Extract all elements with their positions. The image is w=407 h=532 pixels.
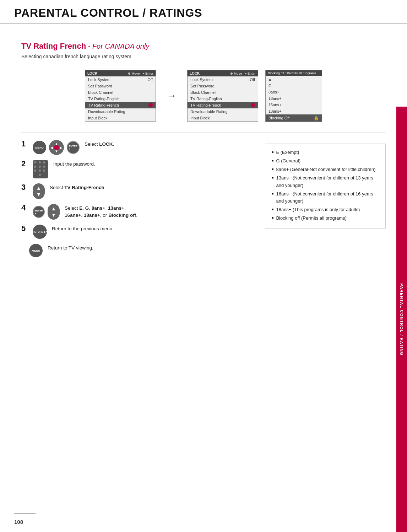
lock-menu-item: Downloadable Rating — [188, 108, 258, 115]
menu-button-icon: MENU — [33, 141, 46, 154]
updown-icon: ▲ ▼ — [33, 183, 45, 199]
lock-menu-item: Block Channel — [85, 89, 156, 96]
lock-menu-item: Downloadable Rating — [85, 108, 156, 115]
info-list: E (Exempt) G (General) 8ans+ (General-No… — [272, 149, 379, 222]
blocking-menu: Blocking off : Permits all programs E G … — [265, 70, 322, 122]
info-item: Blocking off (Permits all programs) — [272, 215, 379, 222]
lock-menu-item: Input Block — [188, 115, 258, 121]
arrow-right: → — [167, 90, 177, 102]
blocking-menu-item: 13ans+ — [266, 95, 322, 102]
lock-menu-item-highlighted: TV Rating-French — [188, 102, 258, 108]
page-number: 108 — [14, 519, 23, 525]
step-2: 2 Input the password. — [21, 160, 254, 178]
blocking-menu-item: 8ans+ — [266, 89, 322, 95]
step-2-text: Input the password. — [53, 160, 95, 168]
lock-menu-item: TV Rating-English — [85, 96, 156, 102]
enter-small-icon: ENTER● — [33, 206, 45, 218]
step-4-text: Select E, G, 8ans+, 13ans+,16ans+, 18ans… — [65, 204, 137, 219]
step-4: 4 ENTER● ▲ ▼ Select E, G, 8ans+, 13ans+,… — [21, 204, 254, 220]
lock-menu-2-header: LOCK ⊕ Move ● Enter — [188, 70, 258, 76]
lock-menu-item: Block Channel — [188, 89, 258, 96]
sidebar-label: PARENTAL CONTROL / RATING — [396, 107, 407, 532]
numpad-icon — [33, 160, 48, 178]
step-6: MENU Return to TV viewing. — [29, 244, 254, 257]
steps-left: 1 MENU ▲ ▼ ◀ ▶ ENTER● Select LOCK. — [21, 140, 254, 262]
sidebar-label-text: PARENTAL CONTROL / RATING — [400, 283, 404, 355]
step-1-icons: MENU ▲ ▼ ◀ ▶ ENTER● — [33, 140, 80, 155]
step-6-icons: MENU — [29, 244, 43, 257]
lock-menu-item: Set Password — [188, 83, 258, 89]
info-item: 18ans+ (This programs is only for adults… — [272, 206, 379, 213]
lock-menu-1: LOCK ⊕ Move ● Enter Lock System: Off Set… — [85, 70, 156, 122]
blocking-menu-header: Blocking off : Permits all programs — [266, 70, 322, 76]
info-item: G (General) — [272, 157, 379, 165]
lock-menu-1-header: LOCK ⊕ Move ● Enter — [85, 70, 156, 76]
lock-menu-item: Set Password — [85, 83, 156, 89]
steps-container: 1 MENU ▲ ▼ ◀ ▶ ENTER● Select LOCK. — [21, 140, 386, 262]
info-item: 13ans+ (Not convenient for children of 1… — [272, 174, 379, 189]
blocking-menu-item: E — [266, 76, 322, 82]
step-5-text: Return to the previous menu. — [52, 225, 114, 232]
step-number-2: 2 — [21, 160, 28, 168]
blocking-menu-item: G — [266, 82, 322, 89]
info-box: E (Exempt) G (General) 8ans+ (General-No… — [265, 144, 386, 229]
lock-menu-item: Lock System: Off — [188, 76, 258, 83]
updown-icon: ▲ ▼ — [48, 204, 60, 220]
lock-menu-item: Input Block — [85, 115, 156, 121]
lock-menu-item: Lock System: Off — [85, 76, 156, 83]
section-title: TV Rating French - For CANADA only — [21, 42, 149, 50]
main-content: TV Rating French - For CANADA only Selec… — [0, 24, 407, 273]
blocking-menu-item: 16ans+ — [266, 102, 322, 108]
step-1: 1 MENU ▲ ▼ ◀ ▶ ENTER● Select LOCK. — [21, 140, 254, 155]
info-item: 16ans+ (Not convenient for children of 1… — [272, 190, 379, 205]
step-number-5: 5 — [21, 225, 28, 232]
divider — [21, 133, 386, 133]
menu-only-icon: MENU — [29, 244, 43, 257]
page-bottom-line — [14, 514, 36, 514]
step-5-icons: RETURN↩ — [33, 225, 47, 239]
step-number-4: 4 — [21, 204, 28, 212]
enter-button-icon: ENTER● — [67, 141, 80, 154]
step-number-1: 1 — [21, 140, 28, 148]
section-subtitle: Selecting canadian french language ratin… — [21, 54, 386, 59]
center-dot-icon — [54, 145, 59, 150]
lock-menu-item: TV Rating-English — [188, 96, 258, 102]
step-5: 5 RETURN↩ Return to the previous menu. — [21, 225, 254, 239]
step-2-icons — [33, 160, 48, 178]
lock-menu-2: LOCK ⊕ Move ● Enter Lock System: Off Set… — [187, 70, 258, 122]
info-item: 8ans+ (General-Not convenient for little… — [272, 166, 379, 173]
page-title: PARENTAL CONTROL / RATINGS — [14, 6, 393, 20]
step-number-3: 3 — [21, 183, 28, 191]
lock-menu-item-highlighted: TV Rating-French — [85, 102, 156, 108]
blocking-menu-item: 18ans+ — [266, 108, 322, 114]
step-3: 3 ▲ ▼ Select TV Rating-French. — [21, 183, 254, 199]
step-4-icons: ENTER● ▲ ▼ — [33, 204, 60, 220]
step-1-text: Select LOCK. — [85, 140, 114, 148]
mockup-row: LOCK ⊕ Move ● Enter Lock System: Off Set… — [21, 70, 386, 122]
blocking-off-item: Blocking Off 🔒 — [266, 114, 322, 122]
step-3-icons: ▲ ▼ — [33, 183, 45, 199]
info-item: E (Exempt) — [272, 149, 379, 156]
step-6-text: Return to TV viewing. — [48, 244, 93, 252]
return-button-icon: RETURN↩ — [33, 225, 47, 239]
step-3-text: Select TV Rating-French. — [50, 183, 106, 191]
nav-circle-icon: ▲ ▼ ◀ ▶ — [49, 140, 64, 155]
page-header: PARENTAL CONTROL / RATINGS — [0, 0, 407, 24]
